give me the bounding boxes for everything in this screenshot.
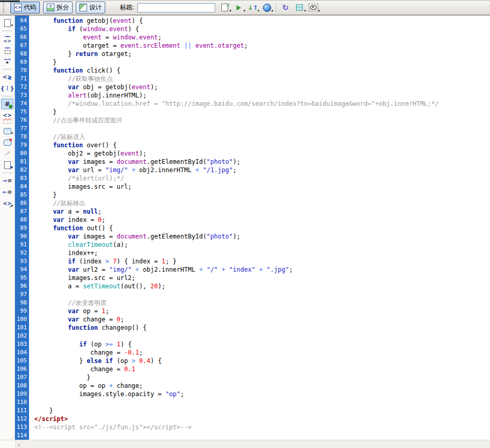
- code-line: }: [34, 108, 490, 116]
- view-button-label: 设计: [89, 3, 102, 12]
- select-parent-tag-icon[interactable]: <>: [1, 72, 13, 82]
- code-line: if (op >= 1) {: [34, 340, 490, 348]
- format-source-code-icon[interactable]: <>▾: [1, 198, 13, 209]
- highlight-invalid-code-icon[interactable]: <>: [1, 110, 13, 121]
- scroll-left-arrow[interactable]: ‹: [18, 441, 20, 448]
- code-line: images.src = url2;: [34, 274, 490, 282]
- line-number: 84: [15, 183, 27, 191]
- document-toolbar-icons: ✓▾▾↓↑▾▾↻▾▾: [218, 2, 320, 14]
- split-view-icon: [47, 4, 54, 11]
- line-number: 76: [15, 116, 27, 124]
- line-number: 66: [15, 33, 27, 41]
- code-line: var a = null;: [34, 207, 490, 216]
- code-line: index++;: [34, 249, 490, 257]
- expand-all-icon[interactable]: ←→*: [1, 56, 13, 67]
- code-line: function over() {: [34, 141, 490, 149]
- code-line: function changeop() {: [34, 324, 490, 332]
- line-number: 105: [15, 357, 27, 365]
- preview-in-browser-globe-icon[interactable]: ▾: [260, 2, 274, 14]
- horizontal-scrollbar[interactable]: ‹: [0, 440, 490, 448]
- line-numbers-icon[interactable]: #: [1, 99, 13, 109]
- line-number: 64: [15, 17, 27, 25]
- code-line: }: [34, 191, 490, 199]
- line-number: 75: [15, 108, 27, 116]
- line-number: 80: [15, 149, 27, 158]
- line-number: 89: [15, 224, 27, 232]
- code-line: images.src = url;: [34, 183, 490, 191]
- view-button-code[interactable]: 代码: [10, 2, 40, 13]
- line-number: 88: [15, 216, 27, 224]
- code-line: function out() {: [34, 224, 490, 232]
- design-view-icon: [79, 4, 87, 11]
- indent-code-icon[interactable]: →≡: [1, 175, 13, 186]
- check-browser-compatibility-icon[interactable]: ✓▾: [218, 2, 232, 14]
- view-button-label: 拆分: [57, 3, 69, 12]
- line-number: 81: [15, 158, 27, 166]
- code-line: obj2 = getobj(event);: [34, 149, 490, 158]
- open-documents-icon[interactable]: ▾: [1, 18, 13, 29]
- preview-debug-in-browser-icon[interactable]: ▾: [232, 2, 246, 14]
- line-number: 114: [15, 431, 27, 440]
- line-number: 111: [15, 407, 27, 415]
- view-button-design[interactable]: 设计: [76, 2, 105, 13]
- refresh-icon[interactable]: ↻: [278, 2, 292, 14]
- balance-braces-icon[interactable]: {⋮}: [1, 83, 13, 94]
- code-line: images.style.opacity = "op";: [34, 390, 490, 398]
- line-number: 77: [15, 124, 27, 133]
- line-number: 73: [15, 91, 27, 100]
- view-mode-buttons: 代码拆分设计: [10, 2, 108, 13]
- code-line: } else if (op > 0.4) {: [34, 357, 490, 365]
- line-number: 93: [15, 257, 27, 265]
- remove-comment-icon[interactable]: ·×: [1, 137, 13, 148]
- file-management-icon[interactable]: ↓↑▾: [246, 2, 260, 14]
- title-input[interactable]: [137, 3, 215, 12]
- toolbar-grip[interactable]: [3, 3, 7, 13]
- code-line: alert(obj.innerHTML);: [34, 91, 490, 100]
- line-number: 82: [15, 166, 27, 174]
- view-options-icon[interactable]: ▾: [292, 2, 306, 14]
- code-editor[interactable]: function getobj(event) { if (window.even…: [29, 16, 490, 440]
- code-line: <!--<script src="./js/fun.js"></script>-…: [34, 423, 490, 431]
- code-line: var op = 1;: [34, 307, 490, 315]
- code-line: var change = 0;: [34, 315, 490, 324]
- line-number: 96: [15, 282, 27, 290]
- code-line: [34, 398, 490, 407]
- line-number: 69: [15, 58, 27, 66]
- line-number: 112: [15, 415, 27, 423]
- line-number: 103: [15, 340, 27, 348]
- code-line: //鼠标进入: [34, 133, 490, 141]
- apply-comment-icon[interactable]: ···▾: [1, 125, 13, 136]
- collapse-selection-icon[interactable]: →←: [1, 45, 13, 55]
- code-line: event = window.event;: [34, 33, 490, 41]
- code-line: change = 0.1: [34, 365, 490, 373]
- code-view-icon: [14, 4, 22, 11]
- code-line: //点击事件转成百度图片: [34, 116, 490, 124]
- line-number: 99: [15, 307, 27, 315]
- document-toolbar: 代码拆分设计 标题: ✓▾▾↓↑▾▾↻▾▾: [0, 0, 490, 16]
- line-number: 92: [15, 249, 27, 257]
- code-line: }: [34, 58, 490, 66]
- line-number: 97: [15, 290, 27, 299]
- line-number: 90: [15, 232, 27, 241]
- code-line: var images = document.getElementById("ph…: [34, 158, 490, 166]
- view-button-split[interactable]: 拆分: [43, 2, 73, 13]
- main-area: ▾→←<>→←←→*<>{⋮}#<>···▾·×s▾→≡←≡<>▾ 646566…: [0, 16, 490, 440]
- collapse-full-tag-icon[interactable]: →←<>: [1, 33, 13, 44]
- outdent-code-icon[interactable]: ←≡: [1, 187, 13, 198]
- line-number: 85: [15, 191, 27, 199]
- code-line: [34, 431, 490, 440]
- code-line: }: [34, 373, 490, 382]
- code-line: op = op + change;: [34, 382, 490, 390]
- recent-snippets-icon[interactable]: s▾: [1, 160, 13, 171]
- separator: [276, 2, 276, 13]
- code-line: change = -0.1;: [34, 348, 490, 357]
- code-line: a = setTimeout(out(), 20);: [34, 282, 490, 290]
- line-number: 98: [15, 299, 27, 307]
- code-line: function getobj(event) {: [34, 17, 490, 25]
- line-number: 78: [15, 133, 27, 141]
- wrap-tag-icon: [1, 148, 13, 159]
- visual-aids-icon[interactable]: ▾: [306, 2, 320, 14]
- code-line: var images = document.getElementById("ph…: [34, 232, 490, 241]
- line-number: 104: [15, 348, 27, 357]
- line-number: 94: [15, 265, 27, 274]
